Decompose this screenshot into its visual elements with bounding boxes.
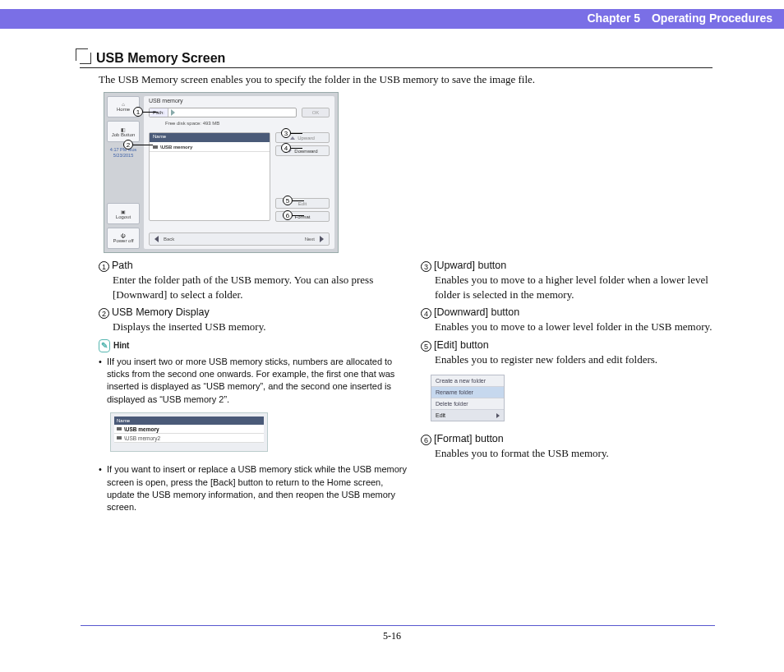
- callout-5: 5: [283, 196, 293, 205]
- edit-label: Edit: [298, 201, 307, 206]
- menu-edit-row: Edit: [431, 410, 504, 421]
- left-column: 1Path Enter the folder path of the USB m…: [99, 260, 409, 514]
- edit-popup-figure: Create a new folder Rename folder Delete…: [431, 375, 505, 421]
- item-4-body: Enables you to move to a lower level fol…: [435, 320, 731, 334]
- item-3: 3[Upward] button Enables you to move to …: [421, 260, 731, 301]
- fig2-row1-label: \USB memory: [124, 426, 159, 432]
- logout-label: Logout: [116, 214, 131, 219]
- item-3-num: 3: [421, 261, 431, 272]
- item-1-title: Path: [112, 260, 133, 271]
- downward-label: Downward: [294, 149, 317, 154]
- menu-arrow-icon: [496, 413, 500, 418]
- callout-2: 2: [123, 140, 133, 150]
- item-2-num: 2: [99, 308, 109, 319]
- item-1-num: 1: [99, 261, 109, 272]
- menu-edit-label: Edit: [436, 412, 445, 418]
- next-label: Next: [305, 237, 315, 242]
- item-6-title: [Format] button: [434, 433, 504, 444]
- back-label: Back: [164, 237, 174, 242]
- fig2-row-2: \USB memory2: [114, 434, 264, 443]
- list-header: Name: [150, 133, 270, 142]
- path-input: Path:: [149, 108, 297, 117]
- item-2: 2USB Memory Display Displays the inserte…: [99, 306, 409, 334]
- time-line1: 4:17 PM Mos: [110, 147, 136, 152]
- item-6: 6[Format] button Enables you to format t…: [421, 433, 731, 461]
- callout-5-lead: [293, 200, 304, 201]
- logout-button: ▣Logout: [107, 203, 140, 224]
- section-title: USB Memory Screen: [96, 51, 225, 66]
- list-row-usb: \USB memory: [150, 142, 270, 152]
- section-underline: [80, 67, 713, 68]
- memory-list: Name \USB memory: [149, 132, 270, 221]
- item-2-body: Displays the inserted USB memory.: [113, 320, 409, 334]
- next-arrow-icon: [320, 236, 324, 242]
- section-intro: The USB Memory screen enables you to spe…: [99, 73, 535, 86]
- section-marker-icon: [80, 53, 91, 64]
- job-label: Job Button: [112, 132, 136, 137]
- callout-4-lead: [291, 148, 302, 149]
- callout-3-lead: [291, 133, 302, 134]
- poweroff-button: ⏻Power off: [107, 228, 140, 249]
- upward-label: Upward: [297, 136, 315, 140]
- hint-icon: ✎: [99, 339, 110, 352]
- chapter-title: Operating Procedures: [652, 12, 772, 25]
- usb-list-figure: Name \USB memory \USB memory2: [110, 412, 268, 452]
- usb-icon: [117, 427, 122, 430]
- usb-icon: [153, 145, 158, 149]
- bottom-bar: Back Next: [149, 232, 330, 246]
- callout-3: 3: [281, 128, 291, 138]
- item-1: 1Path Enter the folder path of the USB m…: [99, 260, 409, 301]
- item-1-body: Enter the folder path of the USB memory.…: [113, 273, 409, 301]
- screenshot-sidebar: ⌂Home ◧Job Button 4:17 PM Mos5/23/2015 ▣…: [107, 96, 140, 249]
- screenshot-panel: USB memory Path: OK Free disk space: 493…: [144, 96, 334, 249]
- item-5-num: 5: [421, 341, 431, 352]
- hint-bullet-2: If you want to insert or replace a USB m…: [99, 463, 409, 514]
- item-4-title: [Downward] button: [434, 306, 519, 318]
- item-5-body: Enables you to register new folders and …: [435, 352, 731, 367]
- path-arrow-icon: [171, 109, 175, 116]
- callout-1: 1: [133, 107, 143, 117]
- callout-1-lead: [143, 112, 158, 113]
- job-button: ◧Job Button: [107, 121, 140, 142]
- hint-row: ✎ Hint: [99, 339, 409, 352]
- chapter-number: Chapter 5: [587, 12, 640, 25]
- panel-title: USB memory: [149, 98, 183, 104]
- item-6-body: Enables you to format the USB memory.: [435, 446, 731, 461]
- item-5: 5[Edit] button Enables you to register n…: [421, 339, 731, 367]
- menu-rename-folder: Rename folder: [431, 387, 504, 398]
- back-arrow-icon: [154, 236, 159, 242]
- item-5-title: [Edit] button: [434, 339, 489, 351]
- chapter-header: Chapter 5 Operating Procedures: [0, 9, 784, 29]
- item-2-title: USB Memory Display: [112, 306, 210, 318]
- callout-2-lead: [133, 145, 153, 145]
- footer-rule: [81, 625, 715, 627]
- list-row-label: \USB memory: [160, 145, 192, 150]
- callout-4: 4: [281, 143, 291, 153]
- power-label: Power off: [113, 238, 133, 243]
- path-label: Path:: [150, 108, 168, 117]
- page-number: 5-16: [0, 630, 784, 642]
- fig2-row-1: \USB memory: [114, 425, 264, 434]
- home-label: Home: [117, 107, 130, 112]
- callout-6-lead: [293, 215, 304, 216]
- item-3-body: Enables you to move to a higher level fo…: [435, 273, 731, 301]
- menu-create-folder: Create a new folder: [431, 375, 504, 387]
- item-4: 4[Downward] button Enables you to move t…: [421, 306, 731, 334]
- item-3-title: [Upward] button: [434, 260, 506, 271]
- menu-delete-folder: Delete folder: [431, 398, 504, 410]
- item-4-num: 4: [421, 308, 431, 319]
- hint-label: Hint: [113, 341, 129, 350]
- free-space-text: Free disk space: 493 MB: [165, 121, 219, 126]
- fig2-header: Name: [114, 417, 264, 425]
- up-arrow-icon: [290, 136, 295, 140]
- hint-bullet-1: IIf you insert two or more USB memory st…: [99, 356, 409, 407]
- fig2-row2-label: \USB memory2: [124, 435, 160, 441]
- ok-button: OK: [302, 108, 330, 117]
- usb-icon: [117, 436, 122, 440]
- time-display: 4:17 PM Mos5/23/2015: [107, 147, 140, 159]
- right-column: 3[Upward] button Enables you to move to …: [421, 260, 731, 466]
- item-6-num: 6: [421, 435, 431, 445]
- time-line2: 5/23/2015: [113, 153, 133, 158]
- chapter-header-text: Chapter 5 Operating Procedures: [587, 12, 772, 25]
- callout-6: 6: [283, 210, 293, 220]
